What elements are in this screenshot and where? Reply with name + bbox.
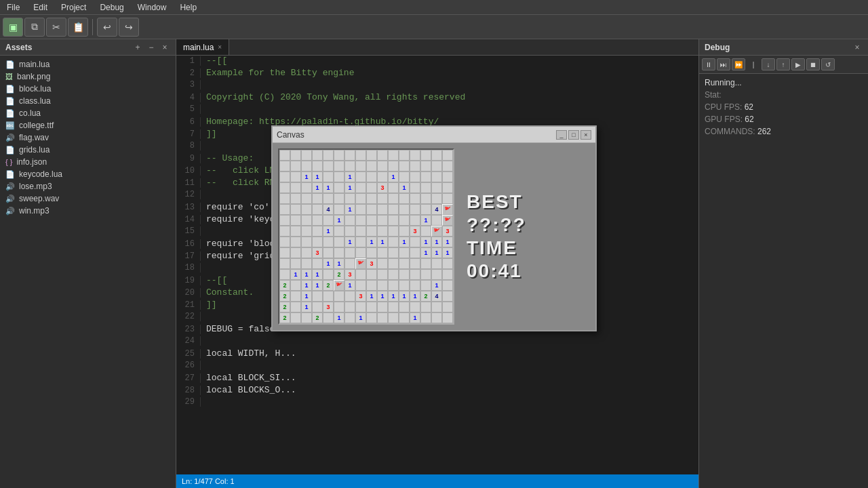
grid-cell[interactable]: 1 — [323, 226, 334, 237]
grid-cell[interactable]: 1 — [388, 291, 399, 302]
grid-cell[interactable] — [301, 215, 312, 226]
grid-cell[interactable] — [388, 237, 399, 247]
grid-cell[interactable] — [410, 161, 420, 171]
grid-cell[interactable] — [388, 247, 399, 258]
grid-cell[interactable]: 1 — [420, 215, 431, 226]
grid-cell[interactable] — [366, 171, 377, 182]
grid-cell[interactable] — [366, 150, 377, 161]
select-tool-btn[interactable]: ▣ — [3, 18, 23, 37]
grid-cell[interactable] — [323, 269, 334, 280]
grid-cell[interactable]: 3 — [312, 247, 323, 258]
grid-cell[interactable] — [399, 215, 410, 226]
sidebar-item-bank-png[interactable]: 🖼bank.png — [0, 70, 176, 83]
grid-cell[interactable] — [410, 280, 420, 291]
grid-cell[interactable] — [366, 161, 377, 171]
sidebar-item-lose-mp3[interactable]: 🔊lose.mp3 — [0, 180, 176, 192]
menu-edit[interactable]: Edit — [26, 1, 54, 14]
grid-cell[interactable] — [312, 161, 323, 171]
grid-cell[interactable] — [410, 171, 420, 182]
grid-cell[interactable] — [301, 226, 312, 237]
debug-fast-btn[interactable]: ⏩ — [732, 58, 745, 70]
grid-cell[interactable]: 1 — [431, 247, 442, 258]
grid-cell[interactable] — [301, 150, 312, 161]
grid-cell[interactable] — [312, 302, 323, 312]
grid-cell[interactable] — [377, 280, 388, 291]
undo-btn[interactable]: ↩ — [97, 18, 117, 37]
grid-cell[interactable] — [290, 171, 301, 182]
grid-cell[interactable] — [334, 193, 344, 204]
grid-cell[interactable]: 4 — [431, 291, 442, 302]
grid-cell[interactable] — [420, 302, 431, 312]
grid-cell[interactable] — [323, 312, 334, 323]
grid-cell[interactable] — [334, 247, 344, 258]
grid-cell[interactable] — [334, 171, 344, 182]
grid-cell[interactable] — [388, 312, 399, 323]
grid-cell[interactable]: 1 — [301, 302, 312, 312]
grid-cell[interactable] — [301, 193, 312, 204]
grid-cell[interactable]: 1 — [312, 280, 323, 291]
grid-cell[interactable] — [420, 269, 431, 280]
grid-cell[interactable] — [344, 161, 355, 171]
grid-cell[interactable]: 3 — [377, 182, 388, 193]
grid-cell[interactable] — [344, 312, 355, 323]
grid-cell[interactable]: 1 — [323, 258, 334, 269]
grid-cell[interactable] — [323, 215, 334, 226]
canvas-close-btn[interactable]: × — [580, 130, 591, 140]
canvas-minimize-btn[interactable]: _ — [556, 130, 567, 140]
sidebar-item-keycode-lua[interactable]: 📄keycode.lua — [0, 168, 176, 180]
grid-cell[interactable] — [323, 161, 334, 171]
minesweeper-grid[interactable]: 1111111314141113311111113111113111232112… — [278, 148, 454, 325]
grid-cell[interactable] — [334, 182, 344, 193]
grid-cell[interactable] — [410, 215, 420, 226]
debug-stop-btn[interactable]: ⏹ — [806, 58, 820, 70]
grid-cell[interactable] — [442, 291, 453, 302]
debug-pause-btn[interactable]: ⏸ — [702, 58, 715, 70]
grid-cell[interactable]: 1 — [355, 312, 366, 323]
grid-cell[interactable]: 3 — [355, 291, 366, 302]
grid-cell[interactable]: 1 — [344, 182, 355, 193]
sidebar-item-info-json[interactable]: { }info.json — [0, 156, 176, 168]
paste-btn[interactable]: 📋 — [68, 18, 88, 37]
grid-cell[interactable]: 3 — [344, 269, 355, 280]
sidebar-close-btn[interactable]: × — [159, 42, 170, 53]
grid-cell[interactable]: 1 — [366, 291, 377, 302]
grid-cell[interactable] — [431, 182, 442, 193]
grid-cell[interactable]: 2 — [279, 312, 290, 323]
grid-cell[interactable]: 2 — [323, 280, 334, 291]
debug-close-btn[interactable]: × — [852, 42, 863, 53]
tab-main-lua[interactable]: main.lua × — [176, 39, 229, 55]
grid-cell[interactable] — [442, 204, 453, 215]
grid-cell[interactable] — [388, 269, 399, 280]
menu-file[interactable]: File — [0, 1, 26, 14]
grid-cell[interactable] — [323, 193, 334, 204]
grid-cell[interactable] — [420, 171, 431, 182]
grid-cell[interactable] — [355, 269, 366, 280]
menu-window[interactable]: Window — [131, 1, 174, 14]
grid-cell[interactable] — [334, 280, 344, 291]
grid-cell[interactable] — [355, 280, 366, 291]
grid-cell[interactable] — [420, 161, 431, 171]
debug-play-btn[interactable]: ▶ — [791, 58, 805, 70]
grid-cell[interactable]: 1 — [301, 269, 312, 280]
grid-cell[interactable] — [442, 269, 453, 280]
grid-cell[interactable] — [279, 182, 290, 193]
grid-cell[interactable] — [323, 247, 334, 258]
grid-cell[interactable] — [431, 258, 442, 269]
grid-cell[interactable] — [399, 269, 410, 280]
grid-cell[interactable]: 2 — [279, 280, 290, 291]
grid-cell[interactable] — [290, 182, 301, 193]
grid-cell[interactable] — [355, 237, 366, 247]
grid-cell[interactable]: 1 — [290, 269, 301, 280]
grid-cell[interactable]: 2 — [279, 291, 290, 302]
grid-cell[interactable]: 1 — [420, 237, 431, 247]
grid-cell[interactable] — [431, 161, 442, 171]
grid-cell[interactable] — [290, 237, 301, 247]
grid-cell[interactable] — [442, 215, 453, 226]
debug-down-btn[interactable]: ↓ — [762, 58, 775, 70]
grid-cell[interactable] — [377, 161, 388, 171]
grid-cell[interactable]: 1 — [301, 291, 312, 302]
grid-cell[interactable] — [355, 171, 366, 182]
sidebar-item-sweep-wav[interactable]: 🔊sweep.wav — [0, 192, 176, 205]
grid-cell[interactable] — [279, 258, 290, 269]
grid-cell[interactable] — [442, 302, 453, 312]
